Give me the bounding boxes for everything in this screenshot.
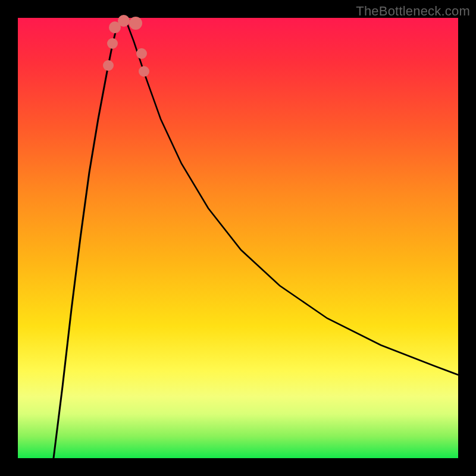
marker-group bbox=[103, 15, 149, 77]
marker-dot bbox=[107, 38, 118, 49]
marker-dot bbox=[118, 15, 130, 27]
marker-dot bbox=[103, 60, 114, 71]
plot-area bbox=[18, 18, 458, 458]
right-curve bbox=[125, 18, 458, 375]
left-curve bbox=[54, 18, 125, 458]
watermark-text: TheBottleneck.com bbox=[356, 4, 470, 19]
curve-layer bbox=[18, 18, 458, 458]
marker-dot bbox=[136, 48, 147, 59]
marker-dot bbox=[129, 17, 142, 30]
chart-frame: TheBottleneck.com bbox=[0, 0, 476, 476]
marker-dot bbox=[139, 66, 149, 77]
